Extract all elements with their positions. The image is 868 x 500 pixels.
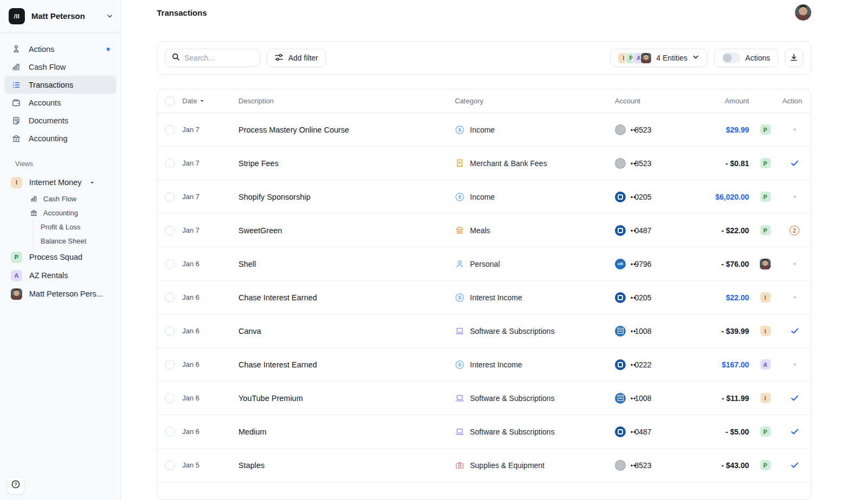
row-checkbox[interactable]: [165, 259, 175, 269]
sidebar-item-actions[interactable]: Actions: [4, 40, 116, 58]
table-row[interactable]: Jan 6Chase Interest Earned$Interest Inco…: [157, 348, 811, 381]
account-number: 0487: [634, 427, 651, 436]
sidebar-item-transactions[interactable]: Transactions: [4, 76, 116, 94]
column-header-account[interactable]: Account: [607, 97, 677, 105]
workspace-switcher[interactable]: /II Matt Peterson: [0, 0, 121, 32]
sidebar-entity-internet-money[interactable]: I Internet Money: [4, 173, 116, 192]
sidebar-item-documents[interactable]: Documents: [4, 111, 116, 129]
user-avatar[interactable]: [795, 4, 811, 21]
reviewed-check-icon[interactable]: [790, 159, 799, 168]
column-header-category[interactable]: Category: [455, 97, 607, 105]
sidebar-item-accounts[interactable]: Accounts: [4, 94, 116, 111]
income-category-icon: $: [455, 125, 465, 135]
row-checkbox[interactable]: [165, 125, 175, 135]
sidebar-subitem-accounting[interactable]: Accounting: [29, 206, 116, 220]
column-header-date[interactable]: Date: [182, 97, 238, 105]
reviewed-check-icon[interactable]: [790, 460, 799, 470]
transaction-category[interactable]: Software & Subscriptions: [455, 393, 607, 403]
transaction-category[interactable]: $Interest Income: [455, 293, 607, 302]
transaction-category[interactable]: Personal: [455, 259, 607, 269]
sidebar-entity-personal[interactable]: Matt Peterson Pers...: [4, 285, 116, 303]
column-header-amount[interactable]: Amount: [677, 97, 752, 105]
status-dot-icon[interactable]: [793, 296, 796, 299]
table-row[interactable]: Jan 7Shopify Sponsorship$Income••0205$6,…: [157, 180, 811, 214]
row-checkbox[interactable]: [165, 159, 175, 168]
sidebar-subpage-balance-sheet[interactable]: Balance Sheet: [41, 234, 116, 248]
sidebar-entity-az-rentals[interactable]: A AZ Rentals: [4, 266, 116, 285]
table-row[interactable]: Jan 6CanvaSoftware & Subscriptions••1008…: [157, 314, 811, 348]
sidebar-entity-process-squad[interactable]: P Process Squad: [4, 248, 116, 266]
transaction-amount: $6,020.00: [677, 193, 752, 201]
transaction-account: ••0222: [607, 359, 677, 370]
transaction-category[interactable]: $Income: [455, 192, 607, 202]
status-dot-icon[interactable]: [793, 195, 796, 198]
search-input[interactable]: [184, 54, 254, 62]
category-label: Merchant & Bank Fees: [470, 159, 547, 168]
row-checkbox[interactable]: [165, 393, 175, 403]
status-dot-icon[interactable]: [793, 262, 796, 265]
column-header-description[interactable]: Description: [238, 97, 455, 105]
account-number: 0222: [634, 360, 651, 369]
row-checkbox[interactable]: [165, 293, 175, 302]
row-checkbox[interactable]: [165, 460, 175, 470]
transaction-account: ••0487: [607, 426, 677, 437]
actions-toggle[interactable]: [722, 52, 740, 63]
sidebar-item-accounting[interactable]: Accounting: [4, 129, 116, 147]
transaction-date: Jan 7: [182, 226, 238, 234]
status-dot-icon[interactable]: [793, 363, 796, 366]
transaction-description: Staples: [238, 461, 455, 470]
reviewed-check-icon[interactable]: [790, 326, 799, 335]
income-category-icon: $: [455, 192, 465, 202]
transaction-amount: - $76.00: [677, 260, 752, 268]
table-row[interactable]: Jan 7Process Mastery Online Course$Incom…: [157, 113, 811, 147]
column-header-action[interactable]: Action: [778, 97, 811, 105]
download-button[interactable]: [785, 49, 803, 67]
transaction-category[interactable]: $Merchant & Bank Fees: [455, 159, 607, 168]
sidebar-item-label: Accounts: [29, 98, 61, 107]
svg-text:$: $: [458, 127, 461, 133]
fees-category-icon: $: [455, 159, 465, 168]
reviewed-check-icon[interactable]: [790, 427, 799, 436]
search-box[interactable]: [165, 49, 260, 67]
category-label: Personal: [470, 260, 500, 268]
help-button[interactable]: ?: [6, 476, 25, 495]
pending-count-badge[interactable]: 2: [790, 226, 799, 235]
sidebar-item-cash-flow[interactable]: Cash Flow: [4, 58, 116, 76]
svg-text:$: $: [458, 194, 461, 200]
row-checkbox[interactable]: [165, 427, 175, 437]
actions-toggle-button[interactable]: Actions: [714, 49, 778, 67]
table-row[interactable]: Jan 6YouTube PremiumSoftware & Subscript…: [157, 381, 811, 415]
table-row[interactable]: Jan 6ShellPersonalciti••9796- $76.00: [157, 247, 811, 281]
filters-toolbar: Add filter I P A 4 Entities Actions: [157, 41, 811, 75]
row-checkbox[interactable]: [165, 326, 175, 336]
entities-selector[interactable]: I P A 4 Entities: [610, 49, 707, 67]
actions-toggle-label: Actions: [745, 54, 770, 62]
transaction-category[interactable]: Meals: [455, 226, 607, 235]
sidebar-subpage-profit-loss[interactable]: Profit & Loss: [41, 220, 116, 234]
row-checkbox[interactable]: [165, 226, 175, 235]
document-icon: [11, 116, 22, 126]
transaction-category[interactable]: Software & Subscriptions: [455, 427, 607, 437]
transaction-category[interactable]: $Interest Income: [455, 360, 607, 370]
transaction-date: Jan 6: [182, 360, 238, 369]
sidebar-item-label: Cash Flow: [29, 63, 66, 71]
row-checkbox[interactable]: [165, 192, 175, 202]
transaction-category[interactable]: Supplies & Equipment: [455, 460, 607, 470]
sidebar-subitem-cash-flow[interactable]: Cash Flow: [29, 192, 116, 206]
table-row[interactable]: Jan 6Chase Interest Earned$Interest Inco…: [157, 281, 811, 314]
table-header: Date Description Category Account Amount…: [157, 89, 811, 113]
status-dot-icon[interactable]: [793, 128, 796, 131]
table-row[interactable]: Jan 7Stripe Fees$Merchant & Bank Fees••8…: [157, 147, 811, 180]
transaction-category[interactable]: $Income: [455, 125, 607, 135]
table-row[interactable]: Jan 7SweetGreenMeals••0487- $22.00P2: [157, 214, 811, 247]
add-filter-button[interactable]: Add filter: [267, 49, 326, 67]
bank-logo-chase: [615, 426, 626, 437]
table-row[interactable]: Jan 6MediumSoftware & Subscriptions••048…: [157, 415, 811, 449]
row-checkbox[interactable]: [165, 360, 175, 370]
table-row[interactable]: Jan 5StaplesSupplies & Equipment••8523- …: [157, 449, 811, 482]
transaction-description: Shell: [238, 260, 455, 268]
reviewed-check-icon[interactable]: [790, 393, 799, 403]
select-all-checkbox[interactable]: [165, 96, 175, 106]
transaction-category[interactable]: Software & Subscriptions: [455, 326, 607, 336]
entity-badge: I: [760, 292, 771, 302]
